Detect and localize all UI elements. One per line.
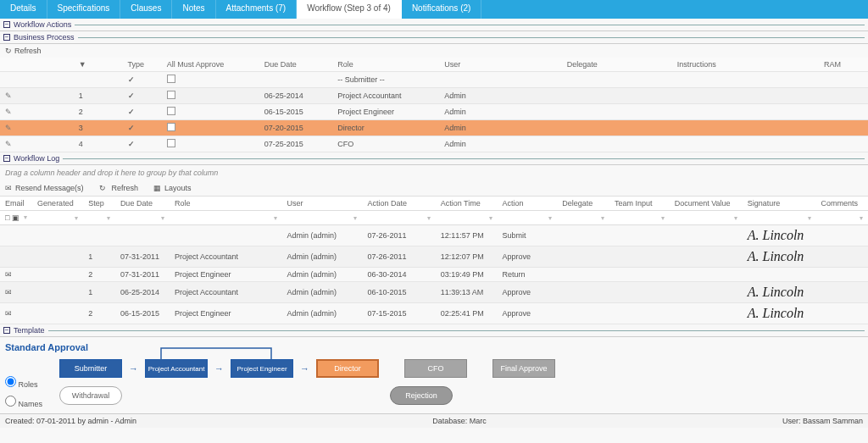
arrow-icon: → [214, 363, 224, 374]
col-user[interactable]: User [282, 197, 363, 211]
signature: A. Lincoln [743, 282, 816, 303]
filter-row: □ ▣ [0, 211, 868, 225]
edit-icon[interactable] [5, 124, 12, 132]
col-must[interactable]: All Must Approve [162, 58, 259, 72]
log-row[interactable]: 107-31-2011Project AccountantAdmin (admi… [0, 246, 868, 268]
arrow-icon: → [300, 363, 309, 374]
panel-workflow-actions: − Workflow Actions [0, 19, 868, 31]
envelope-icon [5, 184, 12, 192]
col-role[interactable]: Role [332, 58, 439, 72]
envelope-icon [5, 270, 12, 279]
filter-icon [24, 213, 27, 221]
filter-icon [274, 214, 277, 222]
node-project-accountant[interactable]: Project Accountant [145, 359, 208, 378]
tab-bar: Details Specifications Clauses Notes Att… [0, 0, 868, 19]
tab-details[interactable]: Details [0, 0, 47, 19]
panel-business-process: − Business Process [0, 31, 868, 44]
tab-specifications[interactable]: Specifications [47, 0, 121, 19]
envelope-icon [5, 288, 12, 296]
edit-icon[interactable] [5, 108, 12, 116]
checkbox[interactable] [167, 123, 175, 131]
table-row[interactable]: 1 06-25-2014 Project Accountant Admin [0, 88, 868, 104]
refresh-button[interactable]: Refresh [5, 47, 42, 55]
filter-icon [601, 214, 604, 222]
check-icon [128, 140, 135, 148]
col-action-date[interactable]: Action Date [362, 197, 435, 211]
collapse-icon[interactable]: − [3, 155, 10, 162]
panel-title-label: Workflow Actions [14, 20, 71, 29]
panel-title-label: Template [14, 326, 45, 335]
col-action-time[interactable]: Action Time [436, 197, 498, 211]
signature: A. Lincoln [743, 246, 816, 268]
panel-workflow-log: − Workflow Log [0, 152, 868, 165]
col-comments[interactable]: Comments [816, 197, 868, 211]
toolbar-refresh: Refresh [0, 44, 868, 58]
log-row[interactable]: 207-31-2011Project EngineerAdmin (admin)… [0, 268, 868, 282]
col-team-input[interactable]: Team Input [609, 197, 670, 211]
edit-icon[interactable] [5, 140, 12, 148]
envelope-icon [5, 309, 12, 318]
col-user[interactable]: User [439, 58, 562, 72]
tab-attachments[interactable]: Attachments (7) [216, 0, 298, 19]
database-value: Marc [470, 417, 487, 425]
check-icon [128, 124, 135, 132]
col-generated[interactable]: Generated [32, 197, 83, 211]
resend-messages-button[interactable]: Resend Message(s) [5, 184, 84, 192]
checkbox[interactable] [167, 75, 175, 83]
table-row[interactable]: 4 07-25-2015 CFO Admin [0, 136, 868, 152]
node-project-engineer[interactable]: Project Engineer [231, 359, 293, 378]
table-row[interactable]: 2 06-15-2015 Project Engineer Admin [0, 104, 868, 120]
node-cfo[interactable]: CFO [404, 359, 467, 378]
col-delegate[interactable]: Delegate [557, 197, 609, 211]
tab-notes[interactable]: Notes [172, 0, 215, 19]
panel-template: − Template [0, 324, 868, 337]
col-role[interactable]: Role [170, 197, 282, 211]
svg-marker-0 [159, 359, 164, 361]
col-ram[interactable]: RAM [819, 58, 868, 72]
col-signature[interactable]: Signature [743, 197, 816, 211]
check-icon [128, 91, 135, 100]
panel-title-label: Business Process [14, 33, 75, 42]
group-drop-hint[interactable]: Drag a column header and drop it here to… [0, 165, 868, 180]
log-row[interactable]: 106-25-2014Project AccountantAdmin (admi… [0, 282, 868, 303]
col-doc-value[interactable]: Document Value [670, 197, 743, 211]
collapse-icon[interactable]: − [3, 34, 10, 41]
checkbox[interactable] [167, 91, 175, 99]
node-director[interactable]: Director [316, 359, 379, 378]
radio-roles[interactable]: Roles [5, 376, 42, 389]
tab-workflow[interactable]: Workflow (Step 3 of 4) [297, 0, 402, 19]
filter-icon [489, 214, 492, 222]
tab-notifications[interactable]: Notifications (2) [402, 0, 481, 19]
col-delegate[interactable]: Delegate [562, 58, 672, 72]
log-row[interactable]: Admin (admin)07-26-201112:11:57 PMSubmit… [0, 225, 868, 246]
table-row-selected[interactable]: 3 07-20-2015 Director Admin [0, 120, 868, 136]
checkbox[interactable] [167, 107, 175, 115]
user-value: Bassam Samman [803, 417, 863, 425]
col-step[interactable]: Step [83, 197, 115, 211]
node-rejection[interactable]: Rejection [390, 386, 453, 405]
actions-table: ▼ Type All Must Approve Due Date Role Us… [0, 58, 868, 152]
radio-names[interactable]: Names [5, 396, 42, 408]
col-due-date[interactable]: Due Date [259, 58, 333, 72]
signature [743, 268, 816, 282]
layouts-button[interactable]: Layouts [153, 184, 192, 192]
collapse-icon[interactable]: − [3, 21, 10, 28]
node-withdrawal[interactable]: Withdrawal [59, 386, 122, 405]
log-table: Email Generated Step Due Date Role User … [0, 197, 868, 324]
node-final-approve[interactable]: Final Approve [492, 359, 555, 378]
col-instructions[interactable]: Instructions [672, 58, 819, 72]
col-type[interactable]: Type [123, 58, 162, 72]
col-due[interactable]: Due Date [115, 197, 170, 211]
log-row[interactable]: 206-15-2015Project EngineerAdmin (admin)… [0, 303, 868, 324]
filter-icon [353, 214, 357, 222]
refresh-button[interactable]: Refresh [99, 184, 139, 192]
tab-clauses[interactable]: Clauses [120, 0, 172, 19]
edit-icon[interactable] [5, 91, 12, 100]
node-submitter[interactable]: Submitter [59, 359, 122, 378]
col-star[interactable]: ▼ [74, 58, 123, 72]
col-email[interactable]: Email [0, 197, 32, 211]
filter-icon [734, 214, 737, 222]
collapse-icon[interactable]: − [3, 327, 10, 334]
checkbox[interactable] [167, 139, 175, 147]
col-action[interactable]: Action [498, 197, 558, 211]
